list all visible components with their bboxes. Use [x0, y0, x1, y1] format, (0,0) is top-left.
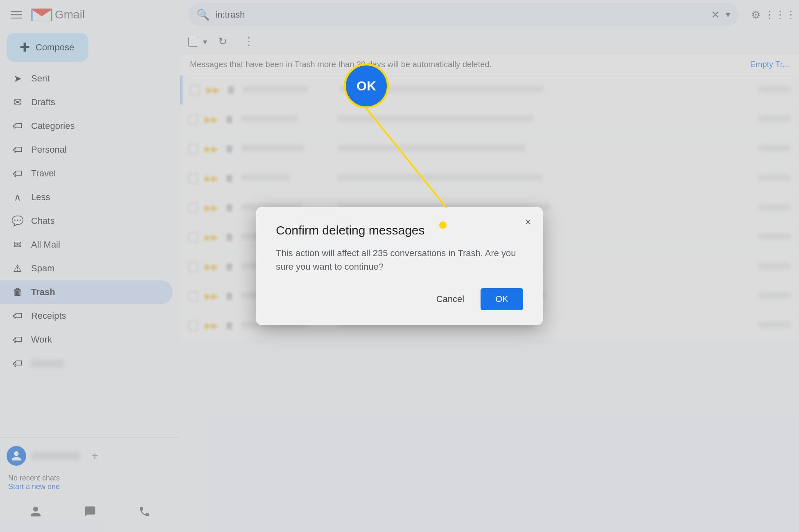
dialog-title: Confirm deleting messages	[276, 223, 523, 237]
dialog-body: This action will affect all 235 conversa…	[276, 246, 523, 273]
dialog-close-button[interactable]: ×	[520, 214, 536, 230]
confirm-dialog: × Confirm deleting messages This action …	[256, 207, 543, 325]
dialog-actions: Cancel OK	[276, 288, 523, 310]
ok-button[interactable]: OK	[481, 288, 523, 310]
cancel-button[interactable]: Cancel	[427, 289, 474, 309]
annotation-dot	[439, 221, 447, 229]
dialog-backdrop: × Confirm deleting messages This action …	[0, 0, 799, 532]
